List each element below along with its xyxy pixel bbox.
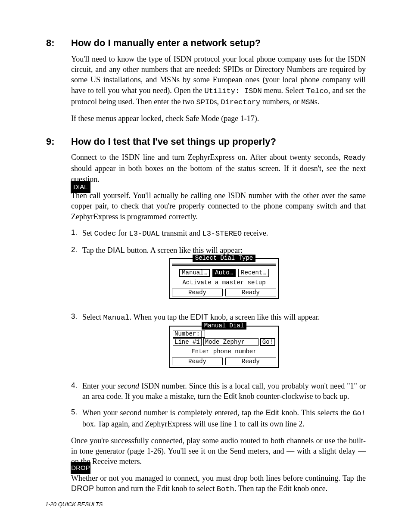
text: When your second number is completely en…	[82, 408, 266, 417]
section-8-heading: 8: How do I manually enter a network set…	[46, 37, 366, 50]
text: box. Tap again, and ZephyrExpress will u…	[82, 420, 305, 428]
menu-telco: Telco	[306, 87, 328, 95]
drop-button-ref: DROP	[71, 484, 94, 493]
field-msn: MSN	[301, 98, 314, 106]
lcd1-status-right: Ready	[225, 289, 276, 296]
section-9-title: How do I test that I've set things up pr…	[71, 135, 276, 148]
section-9-number: 9:	[46, 135, 71, 148]
step-3: Select Manual. When you tap the EDIT kno…	[71, 312, 366, 381]
edit-knob-ref: EDIT	[190, 313, 208, 321]
text: Select	[82, 313, 103, 321]
text: Tap the	[82, 246, 107, 255]
lcd2-message: Enter phone number	[170, 347, 278, 358]
text: should appear in both boxes on the botto…	[71, 164, 366, 183]
field-directory: Directory	[221, 98, 260, 106]
text: s,	[214, 97, 221, 106]
text: s.	[314, 97, 320, 106]
mode-l3-stereo: L3-STEREO	[202, 230, 242, 238]
edit-knob-ref: Edit	[266, 408, 279, 417]
section-9-steps: Set Codec for L3-DUAL transmit and L3-ST…	[71, 228, 366, 436]
step-1: Set Codec for L3-DUAL transmit and L3-ST…	[71, 228, 366, 245]
menu-codec: Codec	[94, 230, 116, 238]
lcd1-message: Activate a master setup	[170, 278, 278, 289]
text: for	[116, 229, 129, 237]
section-9-heading: 9: How do I test that I've set things up…	[46, 135, 366, 148]
lcd2-title: Manual Dial	[202, 322, 246, 330]
lcd2-go-button[interactable]: Go!	[260, 338, 275, 346]
menu-manual: Manual	[103, 314, 129, 322]
go-box-ref: Go!	[352, 409, 366, 417]
step-2: Tap the DIAL button. A screen like this …	[71, 245, 366, 312]
drop-badge: DROP	[71, 462, 90, 474]
status-ready: Ready	[344, 154, 366, 162]
section-9-para-3: Once you're successfully connected, play…	[71, 436, 366, 467]
text: button. A screen like this will appear:	[125, 246, 243, 255]
lcd2-number-field[interactable]: Number:|	[173, 330, 205, 338]
menu-utility-isdn: Utility: ISDN	[205, 87, 262, 95]
section-9-para-4: Whether or not you managed to connect, y…	[71, 473, 366, 495]
section-8-para-2: If these menus appear locked, check Safe…	[71, 113, 366, 124]
text: . When you tap the	[130, 313, 190, 321]
lcd1-title: Select Dial Type	[193, 255, 255, 262]
lcd2-line-cell[interactable]: Line #1	[173, 338, 202, 346]
dial-badge-label: DIAL	[73, 183, 87, 191]
lcd1-recent-button[interactable]: Recent…	[238, 269, 269, 277]
section-9-para-1: Connect to the ISDN line and turn Zephyr…	[71, 152, 366, 184]
text: button and turn the Edit knob to select	[94, 484, 216, 493]
lcd-manual-dial: Manual Dial Number:| Line #1 Mode Zephyr…	[169, 326, 279, 368]
text: Whether or not you managed to connect, y…	[71, 474, 366, 482]
text: Set	[82, 229, 94, 237]
lcd2-mode-cell[interactable]: Mode Zephyr	[203, 338, 258, 346]
lcd1-auto-button[interactable]: Auto…	[212, 269, 236, 277]
section-8-number: 8:	[46, 37, 71, 50]
dial-badge: DIAL	[71, 181, 90, 193]
step-5: When your second number is completely en…	[71, 408, 366, 435]
text: Connect to the ISDN line and turn Zephyr…	[71, 153, 344, 162]
lcd1-manual-button[interactable]: Manual…	[179, 269, 210, 277]
section-8-title: How do I manually enter a network setup?	[71, 37, 261, 50]
step-4: Enter your second ISDN number. Since thi…	[71, 381, 366, 408]
text: . Then tap the Edit knob once.	[234, 484, 328, 493]
field-spid: SPID	[196, 98, 214, 106]
section-9-para-2: Then call yourself. You'll actually be c…	[71, 190, 366, 222]
text: menu. Select	[262, 86, 306, 95]
text: receive.	[242, 229, 268, 237]
text: numbers, or	[260, 97, 301, 106]
mode-l3-dual: L3-DUAL	[129, 230, 160, 238]
emph-second: second	[118, 382, 139, 390]
option-both: Both	[217, 485, 234, 493]
lcd1-status-left: Ready	[172, 289, 223, 296]
text: knob, a screen like this will appear.	[209, 313, 320, 321]
lcd2-status-right: Ready	[225, 358, 276, 365]
text: Enter your	[82, 382, 118, 390]
text: transmit and	[160, 229, 202, 237]
page-footer: 1-20 QUICK RESULTS	[45, 501, 103, 508]
dial-button-ref: DIAL	[107, 246, 125, 255]
edit-knob-ref: Edit	[224, 392, 237, 401]
drop-badge-label: DROP	[71, 464, 90, 472]
section-8-para-1: You'll need to know the type of ISDN pro…	[71, 54, 366, 108]
lcd2-status-left: Ready	[172, 358, 223, 365]
text: knob. This selects the	[279, 408, 353, 417]
lcd-select-dial-type: Select Dial Type Manual… Auto… Recent… A…	[169, 258, 279, 299]
text: knob counter-clockwise to back up.	[237, 392, 349, 401]
